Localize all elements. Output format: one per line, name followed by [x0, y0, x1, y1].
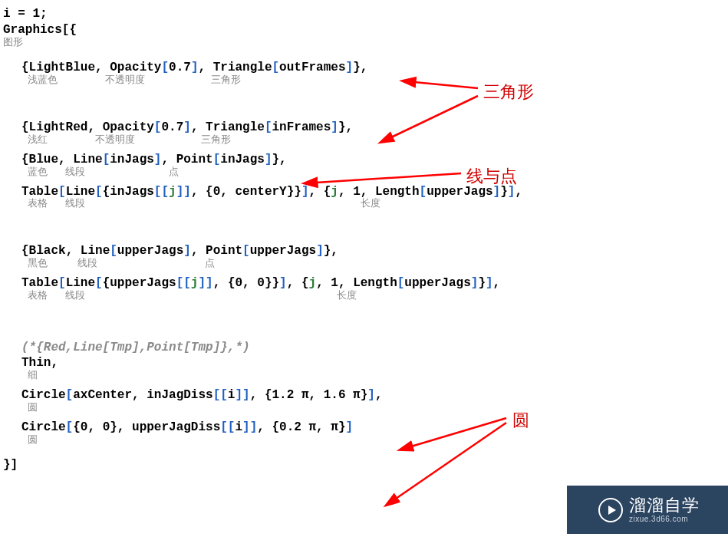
code-line: {LightRed, Opacity[0.7], Triangle[inFram… — [3, 120, 728, 136]
code-line: Graphics[{ — [3, 22, 728, 38]
annotation-circle: 圆 — [512, 410, 529, 432]
code-hint: 黑色 线段 点 — [3, 258, 728, 271]
watermark-title: 溜溜自学 — [629, 496, 700, 515]
code-line: Circle[{0, 0}, upperJagDiss[[i]], {0.2 π… — [3, 420, 728, 436]
code-hint: 细 — [3, 370, 728, 383]
code-hint: 圆 — [3, 402, 728, 415]
code-hint: 表格 线段 长度 — [3, 290, 728, 303]
code-hint: 圆 — [3, 434, 728, 447]
code-hint: 图形 — [3, 37, 728, 50]
code-line: Thin, — [3, 355, 728, 371]
code-hint: 蓝色 线段 点 — [3, 166, 728, 180]
code-line: i = 1; — [3, 6, 728, 22]
code-line: }] — [3, 457, 728, 473]
play-icon — [598, 498, 623, 522]
annotation-triangle: 三角形 — [483, 81, 534, 104]
code-line: {Blue, Line[inJags], Point[inJags]}, — [3, 152, 728, 168]
code-line: {Black, Line[upperJags], Point[upperJags… — [3, 243, 728, 259]
code-hint: 浅红 不透明度 三角形 — [3, 134, 728, 147]
watermark-banner: 溜溜自学 zixue.3d66.com — [567, 486, 728, 534]
code-line: Table[Line[{upperJags[[j]], {0, 0}}], {j… — [3, 275, 728, 292]
code-line: Circle[axCenter, inJagDiss[[i]], {1.2 π,… — [3, 387, 728, 404]
annotation-line-point: 线与点 — [466, 166, 517, 188]
code-hint: 表格 线段 长度 — [3, 198, 728, 211]
code-comment: (*{Red,Line[Tmp],Point[Tmp]},*) — [3, 340, 728, 356]
code-hint: 浅蓝色 不透明度 三角形 — [3, 74, 728, 87]
watermark-url: zixue.3d66.com — [629, 515, 700, 523]
